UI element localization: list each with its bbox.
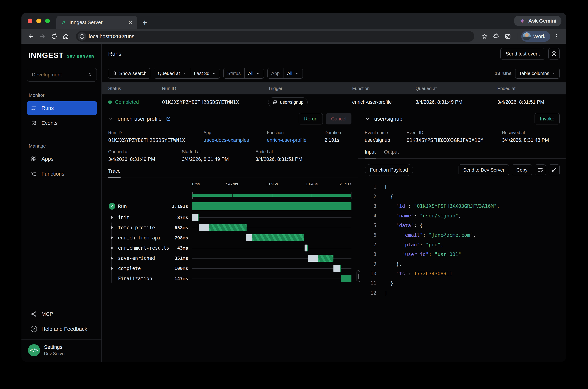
code-line: 7 "plan": "pro",: [365, 240, 560, 249]
app-link[interactable]: trace-docs-examples: [204, 137, 267, 143]
tab-input[interactable]: Input: [365, 149, 376, 159]
new-tab-button[interactable]: +: [142, 19, 147, 27]
trace-row-init[interactable]: init87ms: [108, 212, 352, 223]
column-queued-at[interactable]: Queued at: [415, 86, 497, 91]
column-trigger[interactable]: Trigger: [268, 86, 352, 91]
status-dot: [108, 100, 112, 104]
trace-row-enrichment-results[interactable]: enrichment-results43ms: [108, 243, 352, 253]
extensions-icon[interactable]: [491, 31, 501, 41]
trace-minimap[interactable]: [192, 191, 352, 199]
code-line: 3 "id": "01KJXSYPSFHBXX03GRJFV3A16M",: [365, 201, 560, 211]
trace-step-duration: 351ms: [175, 256, 188, 261]
trace-row-complete[interactable]: complete100ms: [108, 263, 352, 273]
browser-tab[interactable]: Inngest Server ×: [56, 16, 137, 29]
event-name-value: user/signup: [365, 137, 407, 143]
word-wrap-button[interactable]: [535, 164, 546, 175]
browser-menu-icon[interactable]: [552, 31, 562, 41]
site-info-icon[interactable]: [78, 32, 86, 41]
table-columns-button[interactable]: Table columns: [515, 68, 560, 79]
trace-bar[interactable]: [308, 255, 333, 262]
environment-selector[interactable]: Development: [27, 68, 97, 82]
chevron-right-icon[interactable]: [111, 226, 113, 229]
line-number: 4: [365, 213, 376, 219]
close-window-button[interactable]: [28, 19, 32, 23]
column-run-id[interactable]: Run ID: [162, 86, 268, 91]
event-details-pane: user/signup Invoke Event nameuser/signup…: [358, 110, 566, 362]
queued-at-filter[interactable]: Queued at Last 3d: [154, 68, 220, 79]
gemini-star-icon: [519, 18, 526, 24]
event-windows-icon: [272, 100, 277, 105]
trace-bar[interactable]: [305, 245, 308, 252]
sidebar-item-mcp[interactable]: MCP: [27, 307, 97, 321]
run-fields-row-1: Run ID01KJXSYPZYB6TH2DSDSYETWN1X Apptrac…: [108, 130, 352, 143]
sidebar-item-runs[interactable]: Runs: [27, 101, 97, 115]
trigger-pill[interactable]: user/signup: [268, 97, 308, 107]
settings-gear-button[interactable]: [548, 48, 560, 60]
browser-tab-strip: Inngest Server × + Ask Gemini: [22, 13, 566, 29]
app-filter[interactable]: App All: [267, 68, 303, 79]
column-status[interactable]: Status: [108, 86, 162, 91]
collapse-chevron-icon[interactable]: [108, 116, 114, 122]
trace-row-save-enriched[interactable]: save-enriched351ms: [108, 253, 352, 263]
table-row[interactable]: Completed 01KJXSYPZYB6TH2DSDSYETWN1X use…: [102, 95, 566, 110]
send-test-event-button[interactable]: Send test event: [500, 48, 545, 60]
collapse-chevron-icon[interactable]: [365, 116, 370, 122]
url-bar[interactable]: localhost:8288/runs: [76, 31, 474, 42]
tab-close-icon[interactable]: ×: [128, 19, 133, 26]
trace-row-enrich-from-api[interactable]: enrich-from-api798ms: [108, 233, 352, 243]
sidebar-item-functions[interactable]: Functions: [27, 167, 97, 181]
ask-gemini-button[interactable]: Ask Gemini: [514, 16, 561, 26]
chevron-right-icon[interactable]: [111, 216, 113, 219]
profile-button[interactable]: Work: [521, 31, 550, 42]
minimize-window-button[interactable]: [36, 19, 41, 23]
column-function[interactable]: Function: [352, 86, 415, 91]
chevron-right-icon[interactable]: [111, 236, 113, 239]
maximize-window-button[interactable]: [45, 19, 50, 23]
trace-bar[interactable]: [192, 214, 199, 221]
back-icon[interactable]: [26, 31, 36, 41]
trace-step-label: enrich-from-api: [118, 235, 161, 241]
trace-bar[interactable]: [192, 202, 352, 210]
trace-bar[interactable]: [246, 234, 304, 241]
code-line: 6 "email": "jane@acme.com",: [365, 230, 560, 240]
cancel-button[interactable]: Cancel: [326, 113, 352, 125]
send-to-dev-server-button[interactable]: Send to Dev Server: [459, 164, 509, 175]
invoke-button[interactable]: Invoke: [534, 113, 560, 125]
function-link[interactable]: enrich-user-profile: [267, 137, 324, 143]
code-lines[interactable]: 1[2 {3 "id": "01KJXSYPSFHBXX03GRJFV3A16M…: [365, 182, 560, 298]
forward-icon[interactable]: [37, 31, 48, 41]
sidebar-item-help[interactable]: ? Help and Feedback: [27, 322, 97, 336]
trace-row-fetch-profile[interactable]: fetch-profile658ms: [108, 223, 352, 233]
trace-step-duration: 87ms: [177, 215, 188, 220]
chevron-right-icon[interactable]: [111, 257, 113, 260]
chevron-right-icon[interactable]: [111, 246, 113, 250]
column-ended-at[interactable]: Ended at: [497, 86, 560, 91]
sidebar-item-apps[interactable]: Apps: [27, 152, 97, 165]
status-filter[interactable]: Status All: [223, 68, 264, 79]
sidebar-item-events[interactable]: Events: [27, 116, 97, 130]
trace-bar[interactable]: [333, 265, 341, 272]
rerun-button[interactable]: Rerun: [299, 113, 323, 125]
home-icon[interactable]: [61, 31, 71, 41]
trace-step-duration: 658ms: [175, 225, 188, 230]
sidebar-item-settings[interactable]: </> Settings Dev Server: [27, 340, 97, 362]
chevron-right-icon[interactable]: [111, 267, 113, 270]
trace-bar[interactable]: [199, 224, 247, 231]
expand-button[interactable]: [549, 164, 560, 175]
url-text[interactable]: localhost:8288/runs: [89, 33, 472, 39]
copy-button[interactable]: Copy: [512, 164, 532, 175]
tab-output[interactable]: Output: [384, 149, 399, 159]
show-search-button[interactable]: Show search: [108, 68, 150, 79]
reload-icon[interactable]: [49, 31, 59, 41]
started-value: 3/4/2026, 8:31:49 PM: [182, 157, 256, 162]
payload-tabs: Input Output: [358, 149, 566, 159]
trace-bar[interactable]: [341, 275, 352, 282]
tab-search-icon[interactable]: [503, 31, 513, 41]
function-payload-chip: Function Payload: [365, 164, 413, 176]
bookmark-star-icon[interactable]: [479, 31, 490, 41]
tab-trace[interactable]: Trace: [108, 168, 120, 178]
panel-resize-handle[interactable]: [356, 270, 360, 282]
external-link-icon[interactable]: [166, 116, 171, 122]
code-line: 12]: [365, 288, 560, 298]
chevron-down-icon: [256, 71, 260, 75]
